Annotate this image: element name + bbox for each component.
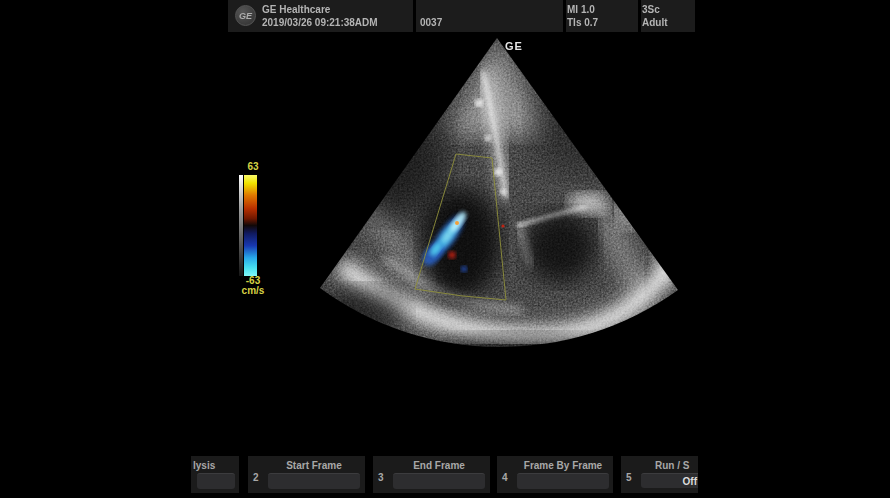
divider xyxy=(638,0,641,32)
scale-max-label: 63 xyxy=(236,162,270,172)
softkey-number: 3 xyxy=(378,472,384,483)
softkey-panel-analysis: lysis xyxy=(191,456,239,493)
exam-datetime: 2019/03/26 09:21:38ADM xyxy=(262,17,378,28)
softkey-run-stop-button[interactable]: Off xyxy=(641,473,698,488)
aliasing-speck xyxy=(455,221,459,225)
tis-value: TIs 0.7 xyxy=(567,17,598,28)
softkey-panel-frame-by-frame: 4 Frame By Frame xyxy=(497,456,613,493)
vendor-name: GE Healthcare xyxy=(262,4,330,15)
probe-name: 3Sc xyxy=(642,4,660,15)
softkey-number: 5 xyxy=(626,472,632,483)
softkey-number: 2 xyxy=(253,472,259,483)
red-flow-blob xyxy=(449,252,456,259)
preset-name: Adult xyxy=(642,17,668,28)
softkey-label: Start Frame xyxy=(268,460,360,471)
softkey-panel-run-stop: 5 Run / S Off xyxy=(621,456,698,493)
speckle-texture-overlay xyxy=(300,30,700,370)
mi-value: MI 1.0 xyxy=(567,4,595,15)
orientation-label: GE xyxy=(505,40,523,52)
softkey-label: Run / S xyxy=(655,460,689,471)
softkey-label: End Frame xyxy=(393,460,485,471)
ultrasound-sector-image xyxy=(0,0,890,498)
softkey-frame-by-frame-button[interactable] xyxy=(517,473,609,489)
status-bar: GE GE Healthcare 2019/03/26 09:21:38ADM … xyxy=(228,0,695,32)
doppler-velocity-scale: 63 -63 cm/s xyxy=(236,162,270,304)
divider xyxy=(413,0,416,32)
softkey-value: Off xyxy=(683,476,697,487)
scale-unit-label: cm/s xyxy=(236,286,270,296)
softkey-number: 4 xyxy=(502,472,508,483)
softkey-label: Frame By Frame xyxy=(517,460,609,471)
softkey-analysis-button[interactable] xyxy=(197,473,235,489)
softkey-panel-end-frame: 3 End Frame xyxy=(373,456,490,493)
softkey-start-frame-button[interactable] xyxy=(268,473,360,489)
softkey-panel-start-frame: 2 Start Frame xyxy=(248,456,365,493)
exam-id: 0037 xyxy=(420,17,442,28)
softkey-end-frame-button[interactable] xyxy=(393,473,485,489)
grayscale-strip xyxy=(239,175,243,276)
divider xyxy=(563,0,566,32)
ge-logo-icon: GE xyxy=(235,5,256,26)
bottom-edge-strip xyxy=(0,493,890,498)
velocity-color-strip xyxy=(244,175,257,276)
softkey-label: lysis xyxy=(193,460,215,471)
